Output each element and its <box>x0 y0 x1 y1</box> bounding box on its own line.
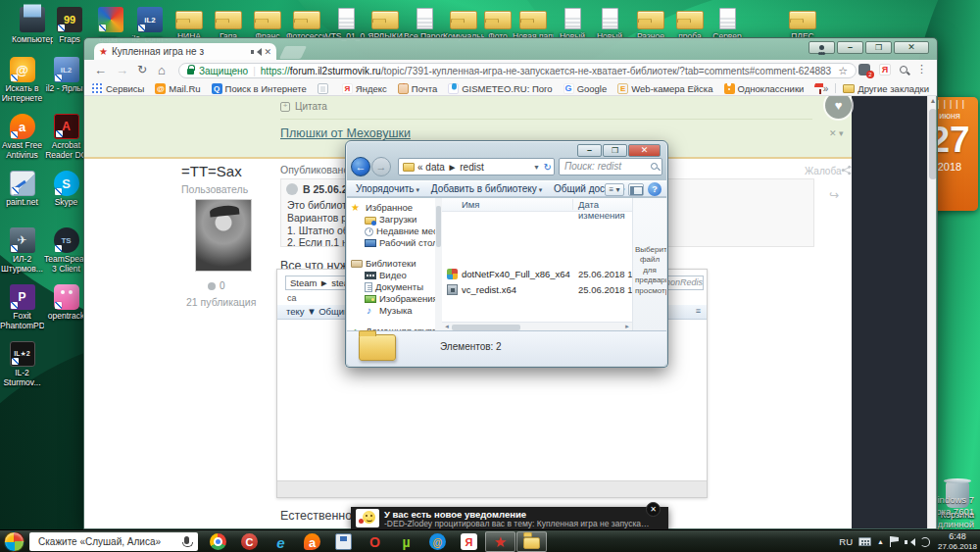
extension-icon[interactable]: 2 <box>858 64 870 75</box>
scrollbar-thumb[interactable] <box>436 206 441 247</box>
address-bar[interactable]: Защищено | https://forum.il2sturmovik.ru… <box>178 63 857 78</box>
profile-button[interactable] <box>808 41 835 54</box>
sync-icon[interactable] <box>920 537 930 547</box>
explorer-nav-item[interactable]: Рабочий стол <box>351 237 435 249</box>
back-icon[interactable]: ← <box>351 157 370 176</box>
desktop-icon[interactable]: Сервер <box>707 6 748 41</box>
action-center-flag-icon[interactable] <box>890 536 899 547</box>
search-extension-icon[interactable] <box>900 66 907 74</box>
other-bookmarks[interactable]: Другие закладки <box>843 83 929 94</box>
desktop-icon[interactable]: paint.net <box>0 170 44 218</box>
file-row[interactable]: vc_redist.x64 25.06.2018 18:18 <box>444 282 630 297</box>
bookmark-item[interactable]: Яндекс <box>342 83 387 94</box>
desktop-icon[interactable]: opentrack <box>44 283 88 331</box>
desktop-icon[interactable]: il2 - Ярлык <box>44 56 88 104</box>
desktop-icon[interactable]: НИНА <box>169 6 210 41</box>
desktop-icon[interactable]: ИЛ-2 Штурмов... <box>0 226 44 275</box>
report-link[interactable]: Жалоба <box>805 166 841 176</box>
taskbar-app[interactable] <box>297 531 327 552</box>
bookmark-item[interactable]: GISMETEO.RU: Пого <box>448 83 552 94</box>
bookmark-item[interactable]: Сервисы <box>92 83 144 94</box>
taskbar-app[interactable] <box>516 531 547 552</box>
taskbar-app[interactable] <box>391 531 421 552</box>
file-row[interactable]: dotNetFx40_Full_x86_x64 25.06.2018 17:48 <box>444 267 630 281</box>
forward-icon[interactable]: → <box>371 157 391 176</box>
preview-pane-button[interactable] <box>628 183 644 196</box>
chevron-down-icon[interactable]: ▼ <box>533 159 540 176</box>
desktop-icon[interactable]: IL-2 Sturmov... <box>0 340 44 388</box>
keyboard-icon[interactable] <box>858 537 871 546</box>
microphone-icon[interactable] <box>184 536 189 544</box>
bookmark-item[interactable]: Одноклассники <box>724 83 805 94</box>
minimize-button[interactable] <box>577 144 602 157</box>
desktop-icon[interactable]: Новая папка <box>513 6 554 41</box>
desktop-icon[interactable]: TeamSpeak 3 Client <box>44 226 88 275</box>
bookmark-item[interactable]: Почта <box>398 83 437 94</box>
author-avatar[interactable] <box>195 199 252 272</box>
taskbar-app[interactable] <box>485 531 515 552</box>
clock[interactable]: 6:48 27.06.2018 <box>938 531 977 551</box>
explorer-nav-item[interactable]: Библиотеки <box>351 258 435 270</box>
desktop-icon[interactable]: Новый <box>552 6 593 41</box>
taskbar-app[interactable] <box>203 531 233 552</box>
minimize-button[interactable] <box>837 41 863 54</box>
notification-toast[interactable]: У вас есть новое уведомление -DED-Zlodey… <box>351 507 668 529</box>
taskbar-app[interactable] <box>454 531 484 552</box>
desktop-icon[interactable]: Франс <box>247 6 288 41</box>
desktop-icon[interactable]: Skype <box>44 170 88 218</box>
hidden-icons-arrow[interactable]: ▲ <box>877 538 884 545</box>
desktop-icon[interactable]: Фотосессия <box>286 6 327 41</box>
explorer-nav-item[interactable]: Музыка <box>351 305 435 317</box>
organize-button[interactable]: Упорядочить <box>356 181 419 198</box>
scrollbar-thumb[interactable] <box>452 325 520 330</box>
add-to-library-button[interactable]: Добавить в библиотеку <box>431 181 542 198</box>
alisa-search-box[interactable]: Скажите «Слушай, Алиса» <box>29 532 198 551</box>
desktop-icon[interactable]: Avast Free Antivirus <box>0 113 44 161</box>
signature-link[interactable]: Плюшки от Меховушки <box>280 126 411 140</box>
quote-action[interactable]: Цитата <box>280 101 327 112</box>
close-icon[interactable]: ✕ <box>646 502 661 517</box>
explorer-nav-item[interactable]: Видео <box>351 270 435 281</box>
refresh-icon[interactable]: ↻ <box>544 159 552 176</box>
browser-tab[interactable]: ★ Купленная игра не з ✕ <box>94 43 276 60</box>
back-icon[interactable]: ← <box>94 63 107 77</box>
desktop-icon[interactable]: Новый <box>589 6 630 41</box>
desktop-icon[interactable]: ЯРЛЫКИ <box>365 6 406 41</box>
explorer-nav-item[interactable]: Избранное <box>351 202 435 214</box>
start-button[interactable] <box>4 531 24 552</box>
bookmarks-overflow-icon[interactable]: » <box>823 83 829 94</box>
taskbar-app[interactable] <box>360 531 390 552</box>
desktop-icon[interactable]: Все Пароли <box>404 6 445 41</box>
forward-icon[interactable]: → <box>116 63 128 77</box>
taskbar-app[interactable] <box>234 531 265 552</box>
views-button[interactable] <box>605 183 624 196</box>
breadcrumb[interactable]: « data ► redist ▼ ↻ <box>398 158 555 176</box>
desktop-icon[interactable]: VTS_01_0... <box>325 6 367 41</box>
maximize-button[interactable] <box>865 41 892 54</box>
volume-icon[interactable] <box>905 537 914 547</box>
explorer-nav-item[interactable]: Загрузки <box>351 214 435 226</box>
taskbar-app[interactable] <box>328 531 359 552</box>
yandex-extension-icon[interactable]: Я <box>879 64 891 75</box>
bookmark-item[interactable]: Web-камера Ейска <box>617 83 712 94</box>
bookmark-star-icon[interactable]: ☆ <box>838 65 848 77</box>
share-icon[interactable] <box>841 165 852 176</box>
like-heart-button[interactable]: ♥ <box>825 96 852 119</box>
home-icon[interactable]: ⌂ <box>158 63 166 77</box>
desktop-icon[interactable]: Искать в Интернете <box>0 56 44 104</box>
desktop-icon[interactable]: Разное <box>630 6 671 41</box>
bookmark-item[interactable]: Mail.Ru <box>155 83 200 94</box>
explorer-nav-item[interactable]: Недавние места <box>351 226 435 237</box>
reload-icon[interactable]: ↻ <box>137 63 147 76</box>
bookmark-item[interactable]: Поиск в Интернете <box>212 83 307 94</box>
bookmark-item[interactable]: Google <box>564 83 608 94</box>
taskbar-app[interactable] <box>266 531 296 552</box>
explorer-nav-item[interactable]: Документы <box>351 281 435 293</box>
scroll-up-icon[interactable]: ▲ <box>928 97 936 104</box>
browser-menu-icon[interactable]: ⋮ <box>916 63 927 75</box>
close-button[interactable] <box>628 144 661 157</box>
new-tab-button[interactable] <box>279 46 307 59</box>
bookmark-item[interactable]: ► прогноз погоды <box>814 83 822 94</box>
desktop-icon[interactable]: Foxit PhantomPDF <box>0 283 44 331</box>
search-input[interactable]: Поиск: redist <box>559 158 662 176</box>
